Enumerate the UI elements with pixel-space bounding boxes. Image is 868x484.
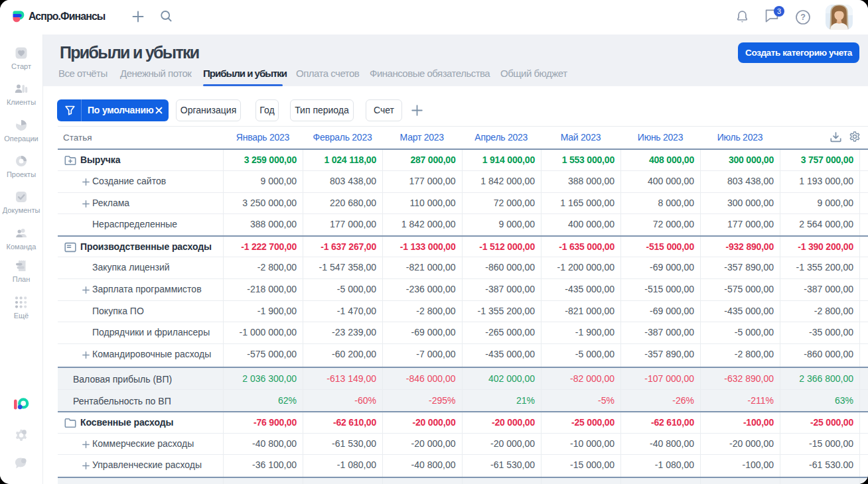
svg-text:?: ? (800, 13, 806, 22)
